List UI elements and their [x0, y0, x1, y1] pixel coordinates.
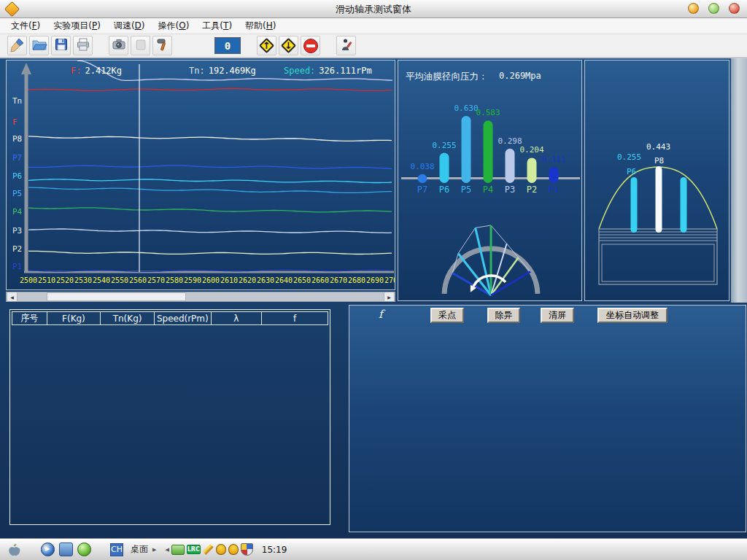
trend-chart: TnFP8P7P6P5P4P3P2P1250025102520253025402…	[7, 61, 395, 289]
menu-tools[interactable]: 工具(T)	[196, 18, 239, 34]
force-readout: F:2.412Kg	[71, 66, 122, 76]
qq-tray-icon-1[interactable]	[216, 544, 226, 555]
hammer-icon	[155, 36, 171, 55]
ghost-icon	[133, 36, 149, 55]
qq-tray-icon-2[interactable]	[228, 544, 239, 555]
axial-annotation: 0.255	[617, 152, 641, 162]
hammer-button[interactable]	[152, 36, 172, 55]
title-bar: 滑动轴承测试窗体	[0, 0, 747, 18]
camera-button[interactable]	[109, 36, 128, 55]
minimize-button[interactable]	[688, 3, 699, 14]
bar-value-P2: 0.204	[519, 145, 543, 155]
right-strip	[731, 58, 747, 303]
trend-chart-panel: TnFP8P7P6P5P4P3P2P1250025102520253025402…	[6, 60, 395, 290]
bar-label-P4: P4	[483, 184, 493, 195]
scroll-left-icon[interactable]: ◀	[7, 292, 18, 301]
menu-experiment[interactable]: 实验项目(P)	[47, 18, 107, 34]
friction-chart-panel: f 采点 除异 清屏 坐标自动调整	[349, 305, 746, 532]
media-player-icon[interactable]	[41, 542, 55, 556]
trend-x-tick: 2690	[366, 276, 384, 284]
trend-axis-label-F: F	[12, 117, 18, 127]
bar-label-P6: P6	[439, 184, 449, 195]
trend-x-tick: 2520	[56, 276, 74, 284]
trend-axis-label-P1: P1	[12, 262, 22, 271]
counter-display: 0	[214, 37, 241, 54]
trend-axis-label-P2: P2	[12, 244, 22, 254]
friction-scatter-chart	[349, 306, 746, 532]
sample-point-button[interactable]: 采点	[430, 308, 464, 323]
debug-button[interactable]	[336, 36, 356, 55]
maximize-button[interactable]	[708, 3, 719, 14]
up-arrow-icon: ↑	[258, 36, 276, 55]
pressure-bar-P7	[418, 174, 427, 183]
bar-label-P7: P7	[417, 184, 427, 195]
open-button[interactable]	[29, 36, 49, 55]
pressure-bar-P1	[549, 167, 559, 183]
trend-x-tick: 2540	[93, 276, 110, 284]
axial-panel: 0.443P80.255P6	[584, 60, 729, 301]
stop-button[interactable]	[301, 36, 320, 55]
data-table-panel: 序号 F(Kg) Tn(Kg) Speed(rPm) λ f	[9, 309, 330, 525]
language-indicator[interactable]: CH	[110, 543, 123, 556]
apple-start-button[interactable]	[6, 542, 22, 558]
pencil-tray-icon[interactable]	[203, 544, 214, 555]
trend-x-tick: 2630	[257, 276, 274, 284]
trend-x-tick: 2560	[129, 276, 147, 284]
trend-axis-label-Tn: Tn	[12, 96, 22, 106]
trend-axis-label-P6: P6	[12, 171, 22, 181]
bar-value-P1: 0.111	[541, 155, 565, 164]
bar-label-P1: P1	[549, 184, 559, 195]
bar-value-P7: 0.038	[410, 162, 434, 171]
trend-axis-label-P5: P5	[12, 189, 22, 198]
axial-bar-1	[656, 166, 662, 233]
menu-bar: 文件(F) 实验项目(P) 调速(D) 操作(O) 工具(T) 帮助(H)	[0, 18, 747, 34]
pressure-panel: 0.038P70.255P60.630P50.583P40.298P30.204…	[398, 60, 582, 301]
trend-axis-label-P3: P3	[12, 226, 22, 236]
trend-x-tick: 2650	[293, 276, 311, 284]
desktop-toolbar[interactable]: 桌面	[131, 543, 148, 556]
brush-button[interactable]	[7, 36, 27, 55]
col-header-f: F(Kg)	[47, 312, 101, 325]
messenger-icon[interactable]	[77, 542, 91, 556]
print-button[interactable]	[73, 36, 93, 55]
menu-file[interactable]: 文件(F)	[4, 18, 47, 34]
bar-label-P3: P3	[505, 184, 515, 195]
trend-x-tick: 2510	[38, 276, 55, 284]
trend-x-tick: 2500	[20, 276, 37, 284]
expand-right-icon[interactable]: ▶	[152, 547, 156, 553]
bar-label-P2: P2	[527, 184, 537, 195]
trend-line-P2	[28, 251, 392, 254]
lrc-tray-icon[interactable]: LRC	[187, 545, 201, 554]
menu-help[interactable]: 帮助(H)	[239, 18, 282, 34]
bar-value-P5: 0.630	[454, 104, 478, 113]
close-button[interactable]	[729, 3, 740, 14]
save-button[interactable]	[51, 36, 71, 55]
scrollbar-track[interactable]	[18, 292, 384, 301]
bearing-block	[599, 229, 717, 284]
axial-bar-2	[681, 177, 687, 233]
usb-device-icon[interactable]	[171, 545, 185, 555]
axial-pressure-chart: 0.443P80.255P6	[585, 61, 729, 300]
scrollbar-thumb[interactable]	[47, 292, 186, 301]
trend-hscrollbar[interactable]: ◀ ▶	[6, 292, 395, 302]
remove-outlier-button[interactable]: 除异	[487, 308, 520, 323]
speed-down-button[interactable]: ↓	[279, 36, 298, 55]
trend-x-tick: 2640	[275, 276, 293, 284]
scroll-right-icon[interactable]: ▶	[384, 292, 395, 301]
trend-line-P3	[28, 229, 392, 233]
auto-scale-button[interactable]: 坐标自动调整	[597, 308, 667, 323]
toolbar: 0 ↑ ↓	[0, 34, 747, 58]
menu-speed[interactable]: 调速(D)	[107, 18, 152, 34]
trend-axis-label-P8: P8	[12, 134, 22, 144]
display-icon[interactable]	[59, 542, 73, 556]
menu-operate[interactable]: 操作(O)	[152, 18, 196, 34]
shield-tray-icon[interactable]	[241, 543, 253, 556]
pressure-bar-P4	[484, 120, 493, 183]
collapse-left-icon[interactable]: ◀	[165, 547, 169, 553]
clear-screen-button[interactable]: 清屏	[541, 308, 574, 323]
col-header-tn: Tn(Kg)	[101, 312, 155, 325]
speed-up-button[interactable]: ↑	[257, 36, 276, 55]
trend-x-tick: 2670	[330, 276, 347, 284]
axial-annotation: P8	[654, 156, 664, 166]
pressure-bar-P2	[527, 158, 537, 183]
